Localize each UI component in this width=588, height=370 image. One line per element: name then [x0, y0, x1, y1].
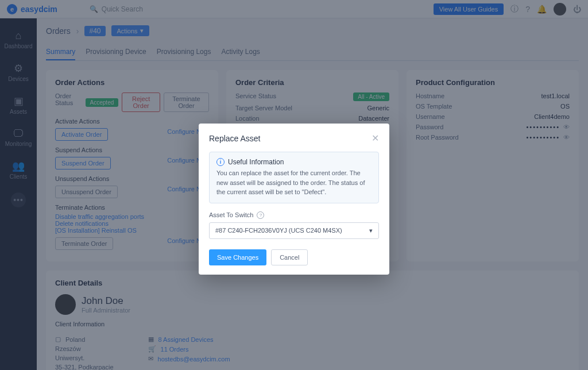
save-button[interactable]: Save Changes — [209, 249, 266, 265]
asset-select[interactable]: #87 C240-FCH2036V0YJ (UCS C240 M4SX) ▾ — [209, 222, 379, 239]
info-box: iUseful Information You can replace the … — [209, 152, 379, 203]
modal-title: Replace Asset — [209, 134, 261, 143]
chevron-down-icon: ▾ — [369, 227, 373, 234]
close-icon[interactable]: ✕ — [372, 133, 379, 144]
cancel-button[interactable]: Cancel — [271, 249, 308, 265]
asset-label: Asset To Switch ? — [209, 211, 379, 219]
info-icon: i — [216, 158, 225, 166]
help-icon[interactable]: ? — [257, 211, 264, 219]
modal-overlay: Replace Asset ✕ iUseful Information You … — [0, 0, 588, 370]
replace-asset-modal: Replace Asset ✕ iUseful Information You … — [199, 124, 389, 275]
